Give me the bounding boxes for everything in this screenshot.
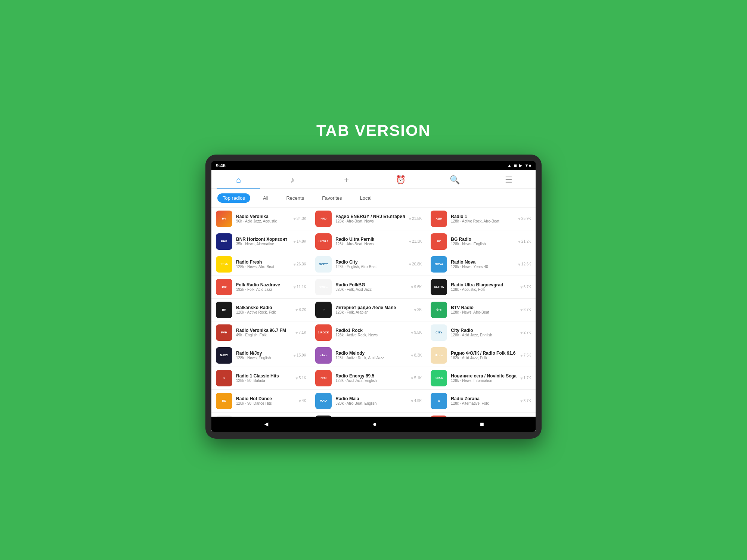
radio-item[interactable]: TMRitmo Romantic128k · News, Ambient♥ 3.… — [426, 413, 536, 417]
page-title: TAB VERSION — [316, 122, 431, 140]
radio-item[interactable]: PVHRadio Veronika 96.7 FM49k · English, … — [211, 321, 311, 344]
radio-item[interactable]: elooRadio Melody128k · Active Rock, Acid… — [311, 344, 426, 367]
nav-recent[interactable]: ■ — [480, 420, 484, 428]
radio-item[interactable]: 1Radio 1 Classic Hits128k · 80, Balada♥ … — [211, 367, 311, 390]
radio-likes: ♥ 8.3K — [411, 353, 422, 358]
radio-likes: ♥ 4K — [298, 399, 306, 403]
radio-desc: 128k · Folk, Arabian — [335, 310, 410, 314]
radio-desc: 128k · Active Rock, News — [335, 333, 407, 337]
radio-desc: 320k · Afro-Beat, English — [335, 401, 407, 405]
radio-likes: ♥ 15.9K — [294, 353, 307, 358]
radio-likes: ♥ 20.8K — [409, 262, 422, 267]
radio-item[interactable]: ♪Радио Вероника96k♥ 1.2K — [211, 413, 311, 417]
radio-likes: ♥ 5.1K — [411, 376, 422, 380]
nav-back[interactable]: ◄ — [263, 420, 270, 428]
radio-desc: 320k · Folk, Acid Jazz — [335, 287, 407, 292]
radio-name: Интернет радио Леле Мале — [335, 305, 410, 310]
radio-name: Новините сега / Novinite Sega — [451, 373, 517, 379]
filter-all[interactable]: All — [258, 193, 273, 203]
tab-music[interactable]: ♪ — [266, 170, 320, 189]
tab-search[interactable]: 🔍 — [428, 170, 482, 189]
radio-likes: ♥ 7.5K — [520, 353, 531, 358]
radio-likes: ♥ 7.1K — [295, 330, 306, 335]
radio-name: Radio Hot Dance — [236, 396, 295, 401]
radio-logo: a — [431, 393, 447, 409]
radio-logo: БГ — [431, 233, 447, 250]
bottom-nav: ◄ ● ■ — [211, 417, 536, 432]
radio-item[interactable]: АДИRadio 1128k · Active Rock, Afro-Beat♥… — [426, 208, 536, 230]
radio-item[interactable]: XCITYRadio City128k · English, Afro-Beat… — [311, 253, 426, 276]
radio-item[interactable]: ФолкРадио ФОЛК / Radio Folk 91.6162k · A… — [426, 344, 536, 367]
radio-name: Radio Veronika — [236, 214, 290, 219]
radio-name: Радио ФОЛК / Radio Folk 91.6 — [451, 351, 517, 356]
tab-add[interactable]: + — [319, 170, 374, 189]
radio-item[interactable]: ♫Интернет радио Леле Мале128k · Folk, Ar… — [311, 299, 426, 321]
filter-top-radios[interactable]: Top radios — [217, 193, 250, 203]
radio-logo: RV — [216, 211, 232, 227]
radio-desc: 128k · Active Rock, Folk — [236, 310, 292, 314]
filter-recents[interactable]: Recents — [281, 193, 309, 203]
radio-item[interactable]: АВТОAvto Radio128k · Alternative♥ 729 — [311, 413, 426, 417]
radio-item[interactable]: NJOYRadio N/Joy128k · News, English♥ 15.… — [211, 344, 311, 367]
radio-name: Radio Maia — [335, 396, 407, 401]
radio-item[interactable]: NOVARadio Nova128k · News, Years 40♥ 12.… — [426, 253, 536, 276]
radio-likes: ♥ 5.1K — [295, 376, 306, 380]
tab-home[interactable]: ⌂ — [211, 170, 266, 189]
nav-tabs: ⌂ ♪ + ⏰ 🔍 ☰ — [211, 170, 536, 189]
radio-desc: 128k · News, Afro-Beat — [236, 265, 290, 269]
radio-item[interactable]: ULTRARadio Ultra Blagoevgrad128k · Acous… — [426, 276, 536, 299]
radio-name: Radio FolkBG — [335, 282, 407, 287]
radio-name: Radio Veronika 96.7 FM — [236, 328, 292, 333]
radio-likes: ♥ 25.9K — [518, 217, 531, 221]
radio-item[interactable]: freshRadio Fresh128k · News, Afro-Beat♥ … — [211, 253, 311, 276]
radio-name: Balkansko Radio — [236, 305, 292, 310]
radio-name: Radio Ultra Blagoevgrad — [451, 282, 517, 287]
radio-item[interactable]: ULTRARadio Ultra Pernik128k · Afro-Beat,… — [311, 230, 426, 253]
radio-logo: АВТО — [315, 416, 332, 417]
radio-item[interactable]: NRJРадио ENERGY / NRJ България128k · Afr… — [311, 208, 426, 230]
radio-item[interactable]: бтвBTV Radio128k · News, Afro-Beat♥ 8.7K — [426, 299, 536, 321]
radio-item[interactable]: MAIARadio Maia320k · Afro-Beat, English♥… — [311, 390, 426, 413]
radio-logo: БНР — [216, 233, 232, 250]
radio-item[interactable]: 100Folk Radio Nazdrave192k · Folk, Acid … — [211, 276, 311, 299]
radio-item[interactable]: CITYCity Radio128k · Acid Jazz, English♥… — [426, 321, 536, 344]
radio-likes: ♥ 2K — [414, 308, 422, 312]
radio-desc: 128k · News, English — [236, 356, 290, 360]
radio-item[interactable]: 105.6Новините сега / Novinite Sega128k ·… — [426, 367, 536, 390]
radio-desc: 128k · News, Years 40 — [451, 265, 514, 269]
radio-item[interactable]: BRBalkansko Radio128k · Active Rock, Fol… — [211, 299, 311, 321]
filter-local[interactable]: Local — [355, 193, 377, 203]
radio-likes: ♥ 9.6K — [411, 285, 422, 289]
radio-name: Radio Energy 89.5 — [335, 373, 407, 379]
radio-likes: ♥ 11.1K — [294, 285, 307, 289]
radio-name: BG Radio — [451, 237, 514, 242]
nav-home[interactable]: ● — [373, 420, 377, 428]
radio-item[interactable]: HDRadio Hot Dance128k · 90, Dance Hits♥ … — [211, 390, 311, 413]
radio-logo: HD — [216, 393, 232, 409]
tab-alarm[interactable]: ⏰ — [374, 170, 428, 189]
radio-desc: 128k · 80, Balada — [236, 379, 292, 383]
radio-item[interactable]: БНРBNR Horizont Хоризонт35k · News, Alte… — [211, 230, 311, 253]
radio-item[interactable]: RVRadio Veronika96k · Acid Jazz, Acousti… — [211, 208, 311, 230]
radio-likes: ♥ 12.6K — [518, 262, 531, 267]
radio-item[interactable]: БГBG Radio128k · News, English♥ 21.2K — [426, 230, 536, 253]
radio-desc: 192k · Folk, Acid Jazz — [236, 287, 290, 292]
radio-item[interactable]: aRadio Zorana128k · Alternative, Folk♥ 3… — [426, 390, 536, 413]
radio-logo: TM — [431, 416, 447, 417]
radio-desc: 35k · News, Alternative — [236, 242, 290, 246]
radio-logo: ФЛкБ — [315, 279, 332, 295]
radio-item[interactable]: ФЛкБRadio FolkBG320k · Folk, Acid Jazz♥ … — [311, 276, 426, 299]
radio-logo: Фолк — [431, 347, 447, 364]
radio-logo: eloo — [315, 347, 332, 364]
radio-name: BNR Horizont Хоризонт — [236, 237, 290, 242]
radio-desc: 128k · English, Afro-Beat — [335, 265, 405, 269]
tab-menu[interactable]: ☰ — [481, 170, 536, 189]
radio-desc: 128k · Active Rock, Acid Jazz — [335, 356, 407, 360]
filter-favorites[interactable]: Favorites — [317, 193, 347, 203]
radio-logo: NOVA — [431, 256, 447, 273]
radio-desc: 128k · Afro-Beat, News — [335, 219, 405, 223]
radio-name: Radio Ultra Pernik — [335, 237, 405, 242]
radio-name: Radio Melody — [335, 351, 407, 356]
radio-item[interactable]: 1 ROCKRadio1 Rock128k · Active Rock, New… — [311, 321, 426, 344]
radio-item[interactable]: NRJRadio Energy 89.5128k · Acid Jazz, En… — [311, 367, 426, 390]
